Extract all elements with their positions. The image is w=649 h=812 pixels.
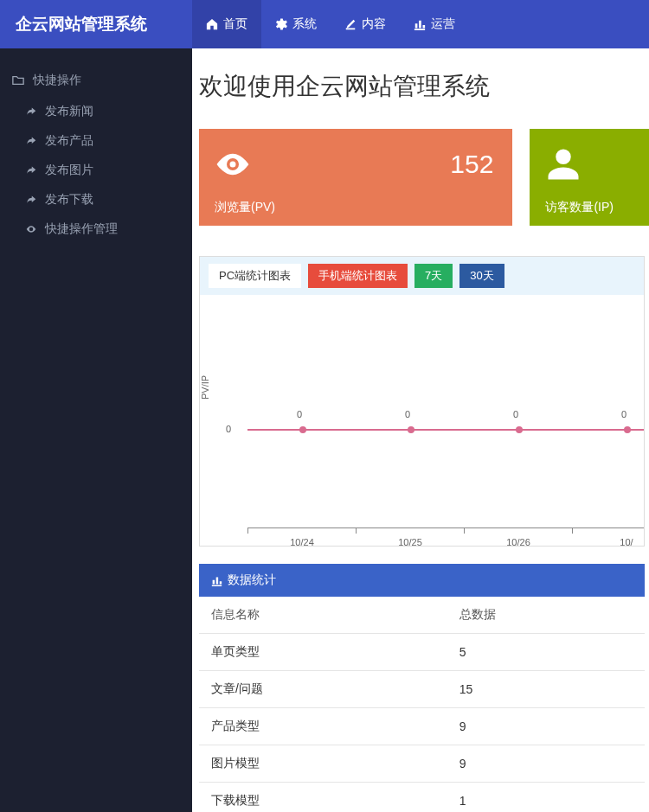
sidebar-item-label: 发布下载 (45, 192, 93, 208)
stat-label: 访客数量(IP) (545, 200, 614, 215)
nav-home[interactable]: 首页 (192, 0, 261, 48)
bar-chart-icon (211, 575, 222, 586)
chart-ylabel: PV/IP (200, 375, 210, 400)
table-row: 单页类型5 (199, 634, 645, 671)
table-row: 文章/问题15 (199, 671, 645, 708)
stats-table: 信息名称 总数据 单页类型5 文章/问题15 产品类型9 图片模型9 下载模型1 (199, 597, 645, 812)
nav-content-label: 内容 (362, 16, 386, 32)
cell: 文章/问题 (199, 671, 447, 708)
cell: 图片模型 (199, 745, 447, 783)
chart-panel: PC端统计图表 手机端统计图表 7天 30天 PV/IP 0 0 0 0 0 1… (199, 256, 645, 547)
share-icon (26, 165, 36, 176)
eye-icon (215, 146, 251, 182)
table-header: 总数据 (447, 597, 645, 634)
table-header: 信息名称 (199, 597, 447, 634)
cell: 9 (447, 708, 645, 745)
stats-panel-header: 数据统计 (199, 564, 645, 597)
page-title: 欢迎使用企云网站管理系统 (199, 70, 649, 103)
chart-xtick: 10/26 (506, 537, 530, 547)
tab-pc-chart[interactable]: PC端统计图表 (209, 264, 301, 288)
sidebar-item-manage[interactable]: 快捷操作管理 (0, 214, 192, 244)
chart-xtick: 10/24 (290, 537, 314, 547)
stat-label: 浏览量(PV) (215, 200, 275, 215)
nav-system-label: 系统 (292, 16, 317, 32)
data-point-label: 0 (513, 409, 518, 419)
brand-title: 企云网站管理系统 (0, 13, 192, 35)
tab-30days[interactable]: 30天 (459, 264, 504, 288)
stats-title: 数据统计 (228, 572, 276, 588)
data-point-label: 0 (405, 409, 410, 419)
chart-line: 0 0 0 0 (247, 429, 644, 431)
table-row: 产品类型9 (199, 708, 645, 745)
bar-chart-icon (414, 18, 426, 30)
table-row: 图片模型9 (199, 745, 645, 783)
chart-xtick: 10/ (620, 537, 633, 547)
table-header-row: 信息名称 总数据 (199, 597, 645, 634)
sidebar-item-product[interactable]: 发布产品 (0, 126, 192, 156)
sidebar-item-news[interactable]: 发布新闻 (0, 97, 192, 126)
nav-content[interactable]: 内容 (331, 0, 400, 48)
cell: 9 (447, 745, 645, 783)
stat-card-pv: 152 浏览量(PV) (199, 129, 512, 226)
folder-icon (12, 74, 24, 86)
cell: 产品类型 (199, 708, 447, 745)
cell: 5 (447, 634, 645, 671)
stat-card-ip: 访客数量(IP) (530, 129, 649, 226)
stat-value: 152 (450, 150, 493, 179)
share-icon (26, 136, 36, 146)
eye-icon (26, 224, 36, 234)
sidebar: 快捷操作 发布新闻 发布产品 发布图片 发布下载 快捷操作管理 (0, 48, 192, 812)
sidebar-item-label: 发布新闻 (45, 104, 93, 119)
chart-ytick: 0 (226, 424, 231, 434)
table-row: 下载模型1 (199, 783, 645, 813)
home-icon (206, 18, 218, 30)
cell: 15 (447, 671, 645, 708)
edit-icon (344, 18, 357, 30)
nav-system[interactable]: 系统 (261, 0, 331, 48)
nav-operations-label: 运营 (431, 16, 455, 32)
tab-mobile-chart[interactable]: 手机端统计图表 (308, 264, 408, 288)
cell: 单页类型 (199, 634, 447, 671)
cell: 1 (447, 783, 645, 813)
share-icon (26, 195, 36, 205)
cell: 下载模型 (199, 783, 447, 813)
sidebar-item-label: 快捷操作管理 (45, 221, 118, 237)
sidebar-item-download[interactable]: 发布下载 (0, 185, 192, 214)
top-navigation: 首页 系统 内容 运营 (192, 0, 469, 48)
sidebar-group-label: 快捷操作 (33, 73, 81, 88)
data-point-label: 0 (297, 409, 302, 419)
chart-xtick: 10/25 (398, 537, 422, 547)
chart-plot: PV/IP 0 0 0 0 0 10/24 10/25 10/26 10/ (200, 295, 644, 546)
data-point-label: 0 (621, 409, 627, 419)
nav-operations[interactable]: 运营 (400, 0, 469, 48)
tab-7days[interactable]: 7天 (414, 264, 453, 288)
user-icon (545, 146, 582, 182)
sidebar-group-quick[interactable]: 快捷操作 (0, 64, 192, 97)
sidebar-item-image[interactable]: 发布图片 (0, 156, 192, 185)
sidebar-item-label: 发布产品 (45, 133, 93, 149)
share-icon (26, 106, 36, 117)
chart-xaxis: 10/24 10/25 10/26 10/ (247, 527, 644, 528)
gears-icon (275, 18, 287, 30)
stats-panel: 数据统计 信息名称 总数据 单页类型5 文章/问题15 产品类型9 图片模型9 … (199, 564, 645, 812)
sidebar-item-label: 发布图片 (45, 163, 93, 178)
nav-home-label: 首页 (223, 16, 247, 32)
